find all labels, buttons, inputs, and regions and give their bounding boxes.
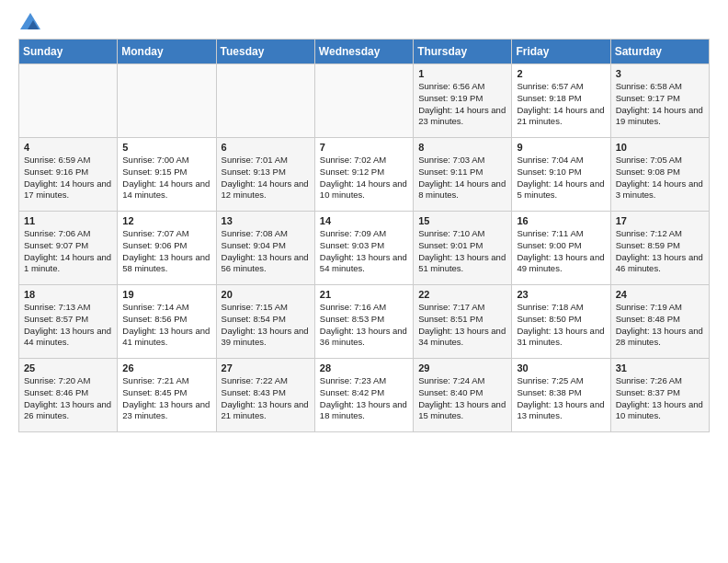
day-info: Sunrise: 6:59 AM Sunset: 9:16 PM Dayligh… <box>24 155 112 201</box>
day-info: Sunrise: 6:58 AM Sunset: 9:17 PM Dayligh… <box>616 81 704 128</box>
calendar-day-cell <box>118 64 216 138</box>
logo-icon <box>20 13 40 29</box>
day-info: Sunrise: 6:56 AM Sunset: 9:19 PM Dayligh… <box>418 81 506 128</box>
day-number: 10 <box>616 142 704 153</box>
calendar-week-row: 4Sunrise: 6:59 AM Sunset: 9:16 PM Daylig… <box>19 138 710 212</box>
day-number: 8 <box>418 142 506 153</box>
day-info: Sunrise: 7:17 AM Sunset: 8:51 PM Dayligh… <box>418 302 506 349</box>
day-number: 11 <box>24 215 112 226</box>
weekday-header: Tuesday <box>216 40 314 64</box>
day-info: Sunrise: 6:57 AM Sunset: 9:18 PM Dayligh… <box>517 81 605 128</box>
day-number: 30 <box>517 362 605 373</box>
day-number: 23 <box>517 289 605 300</box>
day-info: Sunrise: 7:08 AM Sunset: 9:04 PM Dayligh… <box>222 228 310 275</box>
calendar-day-cell: 15Sunrise: 7:10 AM Sunset: 9:01 PM Dayli… <box>414 212 512 285</box>
day-number: 21 <box>320 289 408 300</box>
day-info: Sunrise: 7:26 AM Sunset: 8:37 PM Dayligh… <box>616 375 704 422</box>
day-number: 24 <box>616 289 704 300</box>
calendar-table: SundayMondayTuesdayWednesdayThursdayFrid… <box>18 39 710 432</box>
day-number: 6 <box>222 142 310 153</box>
calendar-day-cell: 17Sunrise: 7:12 AM Sunset: 8:59 PM Dayli… <box>610 212 709 285</box>
day-info: Sunrise: 7:06 AM Sunset: 9:07 PM Dayligh… <box>24 228 112 275</box>
day-number: 27 <box>222 362 310 373</box>
weekday-header: Sunday <box>19 40 118 64</box>
calendar-day-cell: 9Sunrise: 7:04 AM Sunset: 9:10 PM Daylig… <box>512 138 610 212</box>
day-number: 15 <box>418 215 506 226</box>
day-number: 13 <box>222 215 310 226</box>
weekday-header: Monday <box>118 40 216 64</box>
day-number: 3 <box>616 68 704 79</box>
page-header <box>18 18 710 29</box>
day-number: 29 <box>418 362 506 373</box>
calendar-day-cell: 12Sunrise: 7:07 AM Sunset: 9:06 PM Dayli… <box>118 212 216 285</box>
day-number: 14 <box>320 215 408 226</box>
calendar-day-cell: 8Sunrise: 7:03 AM Sunset: 9:11 PM Daylig… <box>414 138 512 212</box>
calendar-day-cell: 10Sunrise: 7:05 AM Sunset: 9:08 PM Dayli… <box>610 138 709 212</box>
day-number: 31 <box>616 362 704 373</box>
day-info: Sunrise: 7:01 AM Sunset: 9:13 PM Dayligh… <box>222 155 310 201</box>
calendar-day-cell <box>216 64 314 138</box>
calendar-day-cell: 3Sunrise: 6:58 AM Sunset: 9:17 PM Daylig… <box>610 64 709 138</box>
day-number: 5 <box>122 142 210 153</box>
calendar-day-cell: 25Sunrise: 7:20 AM Sunset: 8:46 PM Dayli… <box>19 359 118 432</box>
day-number: 7 <box>320 142 408 153</box>
calendar-day-cell: 1Sunrise: 6:56 AM Sunset: 9:19 PM Daylig… <box>414 64 512 138</box>
calendar-day-cell: 2Sunrise: 6:57 AM Sunset: 9:18 PM Daylig… <box>512 64 610 138</box>
day-info: Sunrise: 7:18 AM Sunset: 8:50 PM Dayligh… <box>517 302 605 349</box>
day-number: 2 <box>517 68 605 79</box>
day-info: Sunrise: 7:00 AM Sunset: 9:15 PM Dayligh… <box>122 155 210 201</box>
day-number: 26 <box>122 362 210 373</box>
weekday-header: Wednesday <box>314 40 413 64</box>
day-info: Sunrise: 7:15 AM Sunset: 8:54 PM Dayligh… <box>222 302 310 349</box>
calendar-day-cell: 29Sunrise: 7:24 AM Sunset: 8:40 PM Dayli… <box>414 359 512 432</box>
weekday-header: Saturday <box>610 40 709 64</box>
calendar-day-cell: 21Sunrise: 7:16 AM Sunset: 8:53 PM Dayli… <box>314 285 413 359</box>
day-number: 18 <box>24 289 112 300</box>
calendar-day-cell: 14Sunrise: 7:09 AM Sunset: 9:03 PM Dayli… <box>314 212 413 285</box>
calendar-week-row: 25Sunrise: 7:20 AM Sunset: 8:46 PM Dayli… <box>19 359 710 432</box>
calendar-week-row: 18Sunrise: 7:13 AM Sunset: 8:57 PM Dayli… <box>19 285 710 359</box>
calendar-day-cell: 5Sunrise: 7:00 AM Sunset: 9:15 PM Daylig… <box>118 138 216 212</box>
day-number: 12 <box>122 215 210 226</box>
day-number: 17 <box>616 215 704 226</box>
calendar-day-cell: 28Sunrise: 7:23 AM Sunset: 8:42 PM Dayli… <box>314 359 413 432</box>
day-info: Sunrise: 7:05 AM Sunset: 9:08 PM Dayligh… <box>616 155 704 201</box>
calendar-day-cell: 11Sunrise: 7:06 AM Sunset: 9:07 PM Dayli… <box>19 212 118 285</box>
calendar-day-cell: 27Sunrise: 7:22 AM Sunset: 8:43 PM Dayli… <box>216 359 314 432</box>
weekday-header: Friday <box>512 40 610 64</box>
day-number: 19 <box>122 289 210 300</box>
day-info: Sunrise: 7:22 AM Sunset: 8:43 PM Dayligh… <box>222 375 310 422</box>
calendar-day-cell: 6Sunrise: 7:01 AM Sunset: 9:13 PM Daylig… <box>216 138 314 212</box>
day-info: Sunrise: 7:20 AM Sunset: 8:46 PM Dayligh… <box>24 375 112 422</box>
logo <box>18 18 40 29</box>
day-info: Sunrise: 7:13 AM Sunset: 8:57 PM Dayligh… <box>24 302 112 349</box>
day-info: Sunrise: 7:09 AM Sunset: 9:03 PM Dayligh… <box>320 228 408 275</box>
day-info: Sunrise: 7:04 AM Sunset: 9:10 PM Dayligh… <box>517 155 605 201</box>
calendar-day-cell <box>314 64 413 138</box>
day-info: Sunrise: 7:02 AM Sunset: 9:12 PM Dayligh… <box>320 155 408 201</box>
day-info: Sunrise: 7:19 AM Sunset: 8:48 PM Dayligh… <box>616 302 704 349</box>
day-info: Sunrise: 7:03 AM Sunset: 9:11 PM Dayligh… <box>418 155 506 201</box>
day-info: Sunrise: 7:10 AM Sunset: 9:01 PM Dayligh… <box>418 228 506 275</box>
day-info: Sunrise: 7:24 AM Sunset: 8:40 PM Dayligh… <box>418 375 506 422</box>
weekday-header: Thursday <box>414 40 512 64</box>
calendar-day-cell <box>19 64 118 138</box>
weekday-header-row: SundayMondayTuesdayWednesdayThursdayFrid… <box>19 40 710 64</box>
calendar-day-cell: 22Sunrise: 7:17 AM Sunset: 8:51 PM Dayli… <box>414 285 512 359</box>
day-number: 28 <box>320 362 408 373</box>
day-info: Sunrise: 7:23 AM Sunset: 8:42 PM Dayligh… <box>320 375 408 422</box>
day-info: Sunrise: 7:12 AM Sunset: 8:59 PM Dayligh… <box>616 228 704 275</box>
day-number: 20 <box>222 289 310 300</box>
day-info: Sunrise: 7:14 AM Sunset: 8:56 PM Dayligh… <box>122 302 210 349</box>
calendar-day-cell: 4Sunrise: 6:59 AM Sunset: 9:16 PM Daylig… <box>19 138 118 212</box>
day-number: 1 <box>418 68 506 79</box>
day-number: 16 <box>517 215 605 226</box>
calendar-day-cell: 24Sunrise: 7:19 AM Sunset: 8:48 PM Dayli… <box>610 285 709 359</box>
day-number: 25 <box>24 362 112 373</box>
day-info: Sunrise: 7:21 AM Sunset: 8:45 PM Dayligh… <box>122 375 210 422</box>
day-number: 9 <box>517 142 605 153</box>
calendar-day-cell: 31Sunrise: 7:26 AM Sunset: 8:37 PM Dayli… <box>610 359 709 432</box>
calendar-day-cell: 19Sunrise: 7:14 AM Sunset: 8:56 PM Dayli… <box>118 285 216 359</box>
calendar-day-cell: 30Sunrise: 7:25 AM Sunset: 8:38 PM Dayli… <box>512 359 610 432</box>
calendar-day-cell: 16Sunrise: 7:11 AM Sunset: 9:00 PM Dayli… <box>512 212 610 285</box>
